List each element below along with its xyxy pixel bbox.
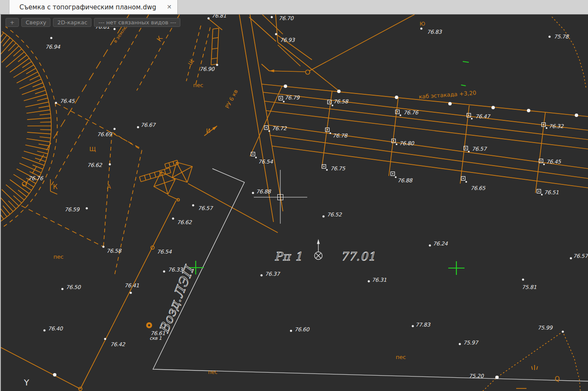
document-tab[interactable]: Съемка с топографическим планом.dwg ✕ (9, 0, 178, 14)
orange-line (212, 48, 218, 49)
cable-post-dot (400, 114, 401, 116)
slope-hatch-tick (38, 106, 50, 108)
cable-post-marker (465, 148, 467, 149)
cable-post-dot (332, 105, 333, 106)
cable-post-marker (327, 129, 328, 131)
elevation-point (496, 376, 498, 379)
slope-hatch-tick (2, 46, 19, 62)
ladder-rung (169, 168, 171, 172)
slope-hatch-tick (26, 110, 50, 113)
document-title: Съемка с топографическим планом.dwg (20, 3, 156, 11)
cable-post-marker (463, 178, 464, 179)
ladder-rung (144, 175, 146, 180)
elevation-point (549, 36, 551, 38)
elevation-point (192, 204, 194, 207)
slope-hatch-tick (35, 158, 46, 161)
slope-hatch-tick (22, 87, 44, 95)
elevation-point (114, 28, 116, 30)
orange-dashed-line (103, 133, 112, 247)
elevation-point (114, 128, 116, 130)
elevation-point (44, 330, 46, 332)
orange-line (168, 195, 178, 200)
slope-hatch-tick (27, 132, 51, 134)
orange-line (213, 28, 219, 29)
orange-line (309, 15, 415, 71)
slope-hatch-tick (37, 151, 48, 154)
cable-post-marker (397, 111, 398, 113)
cable-post-dot (471, 118, 473, 120)
orange-dashed-line (56, 103, 141, 149)
close-icon[interactable]: ✕ (165, 3, 173, 11)
document-tab-bar: Съемка с топографическим планом.dwg ✕ (0, 0, 588, 15)
orange-line (262, 84, 588, 117)
elevation-point (163, 271, 165, 273)
ladder-rung (150, 174, 151, 178)
viewport-button-0[interactable]: + (6, 18, 19, 27)
cable-post-dot (268, 130, 270, 132)
slope-hatch-tick (40, 122, 51, 123)
cable-line-dot (527, 109, 530, 112)
survey-dot (53, 373, 56, 376)
window-left-border (0, 14, 1, 391)
slope-arc-outer (4, 26, 57, 226)
orange-line (50, 191, 57, 194)
viewport-button-3[interactable]: --- нет связанных видов --- (94, 18, 180, 27)
arrowhead (269, 70, 274, 73)
slope-hatch-tick (25, 145, 49, 150)
viewport-button-1[interactable]: Сверху (21, 18, 50, 27)
orange-dashed-line (196, 27, 210, 85)
orange-line (263, 92, 588, 130)
orange-line (266, 111, 588, 149)
orange-line (250, 15, 283, 211)
elevation-point (412, 325, 414, 327)
node-circle (306, 70, 310, 74)
elevation-point (459, 343, 461, 345)
viewport-button-2[interactable]: 2D-каркас (53, 18, 91, 27)
slope-hatch-tick (24, 94, 47, 101)
cable-post-marker (538, 191, 540, 192)
slope-hatch-tick (40, 114, 51, 115)
viewport-controls: +Сверху2D-каркас--- нет связанных видов … (6, 18, 180, 27)
cable-post-marker (266, 127, 267, 128)
elevation-point (208, 18, 210, 20)
elevation-point (172, 218, 174, 220)
slope-arc-inner (0, 32, 51, 222)
cable-post-dot (283, 101, 285, 102)
slope-hatch-tick (37, 98, 48, 101)
cable-line-dot (491, 106, 495, 109)
elevation-point (130, 292, 132, 294)
elevation-point (216, 64, 218, 66)
slope-hatch-tick (32, 83, 43, 87)
ladder-rung (154, 172, 156, 177)
green-dash-mark (461, 85, 466, 86)
slope-hatch-tick (35, 90, 46, 94)
elevation-point (261, 274, 263, 277)
orange-line (209, 19, 222, 30)
slope-hatch-tick (22, 157, 44, 165)
green-dash-mark (463, 61, 469, 62)
elevation-point (50, 37, 53, 39)
orange-line (212, 38, 218, 38)
slope-hatch-tick (2, 190, 19, 206)
orange-line (80, 201, 176, 389)
ladder-rung (139, 177, 141, 181)
orange-line (268, 125, 588, 169)
orange-line (265, 101, 588, 140)
orange-dashed-line (21, 206, 103, 246)
cable-post-dot (395, 176, 397, 178)
cable-post-dot (468, 151, 470, 152)
elevation-point (323, 216, 325, 218)
slope-hatch-tick (32, 165, 43, 169)
orange-line (211, 29, 213, 65)
elevation-point (429, 245, 431, 247)
drawing-canvas[interactable] (0, 0, 588, 391)
cable-post-marker (468, 115, 470, 116)
cable-post-marker (280, 98, 282, 99)
orange-line (249, 17, 276, 41)
cable-post-marker (329, 102, 330, 103)
elevation-point (103, 246, 105, 248)
cable-post-dot (326, 169, 328, 171)
elevation-point (522, 279, 524, 281)
elevation-point (271, 16, 273, 18)
orange-dashed-line (186, 26, 201, 81)
